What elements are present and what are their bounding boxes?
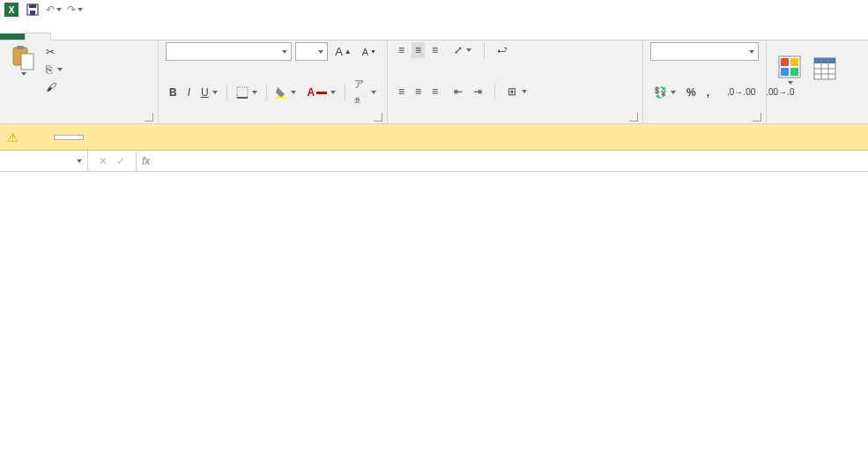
border-button[interactable] (233, 85, 261, 100)
qat-save-icon[interactable] (23, 1, 42, 18)
wrap-icon: ⮐ (497, 44, 508, 56)
tab-dev[interactable] (199, 33, 224, 40)
paste-button[interactable] (7, 42, 39, 77)
bold-button[interactable]: B (166, 85, 181, 100)
enter-formula-icon[interactable]: ✓ (116, 155, 125, 167)
align-launcher-icon[interactable] (629, 113, 638, 122)
cond-format-icon (777, 53, 802, 81)
qat-undo-icon[interactable]: ↶ (44, 1, 63, 18)
conditional-format-button[interactable] (774, 51, 805, 86)
percent-button[interactable]: % (683, 85, 700, 100)
font-color-button[interactable]: A (303, 85, 339, 100)
accounting-button[interactable]: 💱 (650, 85, 679, 100)
svg-rect-12 (781, 68, 789, 76)
number-launcher-icon[interactable] (753, 113, 761, 122)
align-right-button[interactable]: ≡ (428, 84, 441, 100)
svg-rect-8 (276, 97, 286, 99)
format-painter-button[interactable]: 🖌 (42, 79, 66, 95)
italic-button[interactable]: I (184, 85, 194, 100)
tab-file[interactable] (0, 33, 25, 40)
orientation-button[interactable]: ⤢ (450, 42, 475, 58)
svg-rect-13 (790, 68, 798, 76)
indent-inc-button[interactable]: ⇥ (470, 84, 486, 100)
align-top-button[interactable]: ≡ (395, 42, 408, 58)
table-format-icon (812, 55, 837, 83)
font-launcher-icon[interactable] (374, 113, 382, 122)
fx-icon[interactable]: fx (137, 151, 155, 171)
tab-insert[interactable] (51, 33, 76, 40)
phonetic-button[interactable]: ア亜 (351, 76, 380, 108)
warning-icon: ⚠ (7, 130, 19, 144)
cut-button[interactable]: ✂ (42, 44, 66, 60)
brush-icon: 🖌 (46, 81, 56, 93)
decrease-font-button[interactable]: A▼ (359, 44, 380, 60)
svg-rect-15 (814, 58, 835, 63)
tab-view[interactable] (174, 33, 199, 40)
ribbon-tabs (0, 19, 868, 41)
cut-icon: ✂ (46, 46, 55, 58)
tab-team[interactable] (224, 33, 249, 40)
align-center-button[interactable]: ≡ (412, 84, 425, 100)
merge-icon: ⊞ (508, 85, 516, 98)
restore-button[interactable] (54, 135, 84, 140)
comma-button[interactable]: , (703, 85, 713, 100)
name-box[interactable] (0, 151, 88, 171)
increase-font-button[interactable]: A▲ (331, 44, 355, 60)
cancel-formula-icon[interactable]: ✕ (99, 155, 108, 167)
fill-color-button[interactable] (271, 85, 300, 100)
qat-redo-icon[interactable]: ↷ (65, 1, 85, 18)
svg-rect-5 (21, 54, 33, 70)
message-bar: ⚠ (0, 124, 868, 151)
svg-rect-10 (781, 58, 789, 66)
copy-icon: ⎘ (46, 63, 52, 76)
svg-rect-11 (790, 58, 798, 66)
tab-formula[interactable] (100, 33, 125, 40)
clipboard-launcher-icon[interactable] (145, 113, 153, 122)
inc-decimal-button[interactable]: .0→.00 (723, 85, 759, 100)
align-bottom-button[interactable]: ≡ (428, 42, 441, 58)
tab-data[interactable] (125, 33, 150, 40)
svg-rect-4 (17, 46, 24, 49)
tab-home[interactable] (25, 33, 51, 41)
svg-rect-1 (29, 4, 36, 8)
align-middle-button[interactable]: ≡ (412, 42, 425, 58)
svg-rect-2 (30, 11, 35, 15)
tab-layout[interactable] (76, 33, 100, 40)
ribbon: ✂ ⎘ 🖌 A▲ A▼ B I U A ア亜 (0, 41, 868, 124)
merge-center-button[interactable]: ⊞ (504, 84, 530, 100)
font-name-select[interactable] (166, 42, 292, 61)
align-left-button[interactable]: ≡ (395, 84, 408, 100)
excel-app-icon: X (2, 1, 21, 18)
number-format-select[interactable] (650, 42, 759, 61)
svg-rect-6 (237, 87, 248, 98)
font-size-select[interactable] (295, 42, 328, 61)
underline-button[interactable]: U (197, 85, 221, 100)
copy-button[interactable]: ⎘ (42, 62, 66, 77)
indent-dec-button[interactable]: ⇤ (450, 84, 466, 100)
formula-bar-input[interactable] (155, 151, 868, 171)
paste-icon (11, 44, 35, 72)
format-as-table-button[interactable] (809, 53, 841, 85)
wrap-text-button[interactable]: ⮐ (493, 42, 513, 58)
tab-review[interactable] (150, 33, 174, 40)
